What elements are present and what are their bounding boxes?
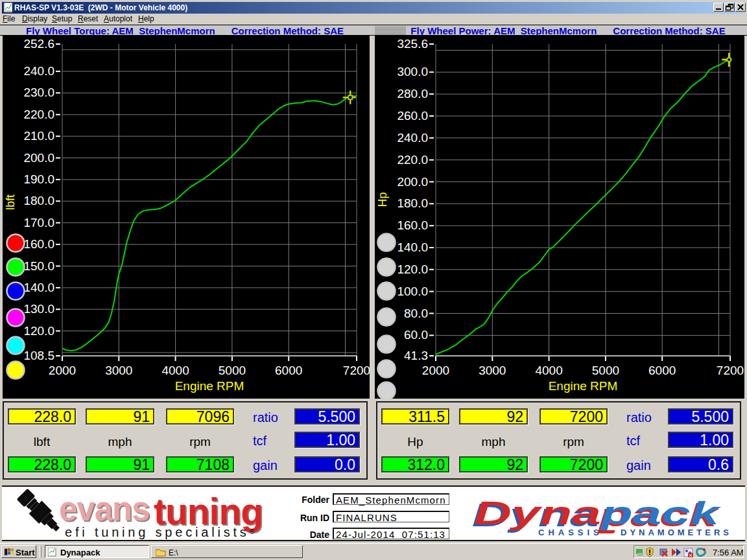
svg-text:160.0: 160.0 — [397, 218, 428, 232]
svg-text:Engine RPM: Engine RPM — [175, 379, 244, 393]
svg-text:5000: 5000 — [219, 364, 246, 377]
svg-text:2000: 2000 — [49, 364, 76, 377]
svg-text:260.0: 260.0 — [397, 109, 428, 122]
svg-text:160.0: 160.0 — [23, 237, 54, 251]
svg-text:120.0: 120.0 — [397, 262, 428, 276]
svg-text:6000: 6000 — [648, 364, 676, 377]
svg-text:230.0: 230.0 — [23, 86, 54, 99]
svg-text:7200: 7200 — [343, 364, 370, 377]
svg-text:200.0: 200.0 — [397, 175, 428, 189]
svg-text:190.0: 190.0 — [23, 172, 54, 186]
svg-text:140.0: 140.0 — [397, 240, 428, 254]
svg-text:7200: 7200 — [717, 364, 744, 377]
svg-text:lbft: lbft — [4, 194, 17, 210]
svg-text:200.0: 200.0 — [23, 151, 54, 165]
svg-text:120.0: 120.0 — [23, 324, 54, 338]
svg-text:252.6: 252.6 — [23, 37, 54, 51]
svg-text:2000: 2000 — [422, 364, 449, 377]
svg-text:80.0: 80.0 — [404, 307, 428, 320]
svg-text:140.0: 140.0 — [23, 281, 54, 294]
svg-text:3000: 3000 — [105, 364, 132, 377]
svg-text:180.0: 180.0 — [23, 194, 54, 207]
svg-text:240.0: 240.0 — [23, 64, 54, 78]
svg-text:220.0: 220.0 — [23, 108, 54, 121]
svg-text:170.0: 170.0 — [23, 216, 54, 229]
svg-text:100.0: 100.0 — [397, 285, 428, 298]
svg-text:108.5: 108.5 — [23, 349, 54, 362]
svg-text:60.0: 60.0 — [404, 328, 428, 342]
svg-text:300.0: 300.0 — [397, 65, 428, 78]
svg-text:280.0: 280.0 — [397, 87, 428, 100]
svg-text:130.0: 130.0 — [23, 302, 54, 316]
svg-text:Hp: Hp — [376, 192, 389, 207]
svg-text:Engine RPM: Engine RPM — [549, 379, 618, 393]
svg-text:220.0: 220.0 — [397, 153, 428, 167]
svg-text:5000: 5000 — [592, 364, 619, 377]
svg-text:210.0: 210.0 — [23, 129, 54, 143]
svg-text:6000: 6000 — [275, 364, 302, 377]
svg-text:325.6: 325.6 — [397, 37, 428, 51]
svg-text:150.0: 150.0 — [23, 259, 54, 273]
svg-text:41.3: 41.3 — [404, 349, 428, 362]
svg-text:4000: 4000 — [535, 364, 562, 377]
svg-text:4000: 4000 — [161, 364, 189, 377]
svg-text:240.0: 240.0 — [397, 131, 428, 145]
svg-text:180.0: 180.0 — [397, 196, 428, 210]
svg-text:3000: 3000 — [479, 364, 506, 377]
